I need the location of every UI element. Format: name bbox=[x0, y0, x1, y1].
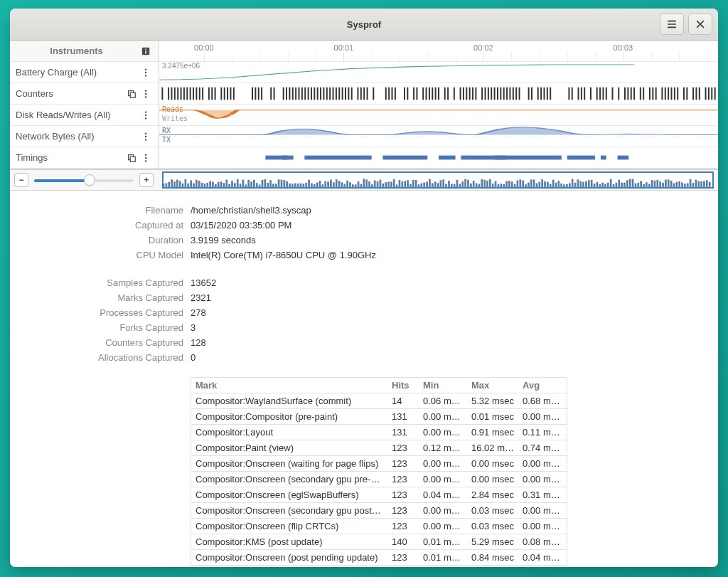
marks-cell-mark: Compositor:Onscreen (secondary gpu post-… bbox=[191, 505, 387, 516]
marks-cell-max: 0.03 msec bbox=[467, 521, 518, 531]
col-min[interactable]: Min bbox=[419, 380, 467, 391]
col-max[interactable]: Max bbox=[467, 380, 518, 391]
svg-point-14 bbox=[145, 132, 146, 134]
forks-key: Forks Captured bbox=[27, 322, 183, 333]
marks-cell-max: 0.00 msec bbox=[467, 458, 518, 469]
overview-strip[interactable] bbox=[162, 171, 714, 189]
svg-rect-29 bbox=[567, 156, 595, 160]
svg-point-8 bbox=[145, 90, 146, 91]
timeline-counters[interactable] bbox=[159, 83, 718, 105]
marks-row[interactable]: Compositor:Onscreen (eglSwapBuffers)1230… bbox=[191, 487, 567, 503]
captured-value: 03/15/2020 03:35:00 PM bbox=[191, 220, 701, 231]
sidebar-item[interactable]: Battery Charge (All) bbox=[10, 62, 159, 83]
ruler-minor bbox=[427, 53, 428, 61]
zoom-strip: − + bbox=[10, 169, 718, 191]
marks-cell-hits: 14 bbox=[387, 396, 419, 406]
ruler-gridline bbox=[343, 53, 344, 61]
slider-fill bbox=[34, 179, 87, 182]
allocs-key: Allocations Captured bbox=[27, 352, 183, 363]
disk-area-icon bbox=[159, 105, 718, 125]
col-mark[interactable]: Mark bbox=[191, 380, 387, 391]
marks-row[interactable]: Compositor:Onscreen (swap-buffers)1230.1… bbox=[191, 566, 567, 567]
marks-cell-mark: Compositor:KMS (post update) bbox=[191, 536, 387, 547]
marks-row[interactable]: Compositor:Onscreen (flip CRTCs)1230.00 … bbox=[191, 519, 567, 534]
marks-cell-mark: Compositor:Paint (view) bbox=[191, 443, 387, 453]
marks-cell-hits: 123 bbox=[387, 474, 419, 485]
overview-graph-icon bbox=[164, 173, 712, 187]
counters-key: Counters Captured bbox=[27, 337, 183, 348]
svg-rect-2 bbox=[145, 51, 146, 53]
ruler-tick: 00:01 bbox=[334, 43, 354, 52]
filename-key: Filename bbox=[27, 205, 183, 216]
row-menu-button[interactable] bbox=[139, 108, 153, 122]
marks-row[interactable]: Compositor:KMS (post update)1400.01 msec… bbox=[191, 534, 567, 550]
svg-point-12 bbox=[145, 114, 146, 115]
marks-row[interactable]: Compositor:Onscreen (secondary gpu post-… bbox=[191, 503, 567, 519]
kebab-icon bbox=[141, 68, 151, 78]
svg-rect-18 bbox=[130, 157, 135, 162]
row-menu-button[interactable] bbox=[139, 65, 153, 80]
close-button[interactable] bbox=[688, 14, 712, 35]
marks-row[interactable]: Compositor:Onscreen (secondary gpu pre-s… bbox=[191, 472, 567, 487]
svg-point-13 bbox=[145, 117, 146, 119]
row-menu-button[interactable] bbox=[139, 87, 153, 101]
svg-point-15 bbox=[145, 135, 146, 137]
marks-row[interactable]: Compositor:Compositor (pre-paint)1310.00… bbox=[191, 409, 567, 425]
marks-cell-hits: 123 bbox=[387, 521, 419, 531]
marks-cell-mark: Compositor:Onscreen (eglSwapBuffers) bbox=[191, 489, 387, 500]
ruler-tick: 00:00 bbox=[194, 43, 214, 52]
timeline-area[interactable]: 00:0000:0100:0200:03 3.2475e+06 Reads Wr… bbox=[159, 41, 718, 169]
zoom-slider[interactable] bbox=[34, 173, 134, 187]
col-hits[interactable]: Hits bbox=[387, 380, 419, 391]
marks-row[interactable]: Compositor:Onscreen (post pending update… bbox=[191, 550, 567, 566]
menu-button[interactable] bbox=[660, 14, 684, 35]
marks-cell-max: 16.02 msec bbox=[467, 443, 518, 453]
marks-cell-max: 2.84 msec bbox=[467, 489, 518, 500]
timeline-disk[interactable]: Reads Writes bbox=[159, 105, 718, 126]
svg-rect-27 bbox=[439, 156, 456, 160]
timeline-network[interactable]: RX TX bbox=[159, 126, 718, 147]
row-menu-button[interactable] bbox=[139, 151, 153, 165]
marks-row[interactable]: Compositor:WaylandSurface (commit)140.06… bbox=[191, 393, 567, 409]
svg-rect-33 bbox=[495, 156, 506, 160]
marks-header-row: Mark Hits Min Max Avg bbox=[191, 378, 567, 393]
details-pane[interactable]: Filename /home/christian/shell3.syscap C… bbox=[10, 191, 718, 567]
marks-row[interactable]: Compositor:Onscreen (waiting for page fl… bbox=[191, 456, 567, 472]
sidebar-item-label: Network Bytes (All) bbox=[14, 131, 139, 142]
svg-rect-25 bbox=[304, 156, 371, 160]
sidebar-item[interactable]: Counters bbox=[10, 83, 159, 105]
marks-row[interactable]: Compositor:Layout1310.00 msec0.91 msec0.… bbox=[191, 425, 567, 440]
sidebar-item[interactable]: Network Bytes (All) bbox=[10, 126, 159, 147]
marks-cell-avg: 0.00 msec bbox=[518, 505, 567, 516]
ruler-minor bbox=[400, 53, 400, 61]
counters-ticks-icon bbox=[159, 83, 718, 104]
col-avg[interactable]: Avg bbox=[518, 380, 567, 391]
marks-cell-min: 0.12 msec bbox=[419, 443, 467, 453]
procs-value: 278 bbox=[191, 307, 701, 318]
marks-cell-hits: 123 bbox=[387, 443, 419, 453]
ruler-minor bbox=[651, 53, 652, 61]
windows-icon-button[interactable] bbox=[124, 87, 139, 101]
marks-cell-hits: 131 bbox=[387, 427, 419, 438]
duration-value: 3.9199 seconds bbox=[191, 235, 701, 245]
timeline-timings[interactable] bbox=[159, 147, 718, 169]
marks-cell-mark: Compositor:Layout bbox=[191, 427, 387, 438]
ruler-minor bbox=[707, 53, 707, 61]
timings-bars-icon bbox=[159, 147, 718, 168]
marks-row[interactable]: Compositor:Paint (view)1230.12 msec16.02… bbox=[191, 440, 567, 456]
marks-cell-avg: 0.74 msec bbox=[518, 443, 567, 453]
time-ruler[interactable]: 00:0000:0100:0200:03 bbox=[159, 41, 718, 62]
instruments-sidebar: Instruments Battery Charge (All)Counters… bbox=[10, 41, 159, 169]
zoom-out-button[interactable]: − bbox=[14, 173, 28, 187]
row-menu-button[interactable] bbox=[139, 129, 153, 144]
marks-cell-min: 0.01 msec bbox=[419, 536, 467, 547]
timeline-battery[interactable]: 3.2475e+06 bbox=[159, 62, 718, 83]
info-icon-button[interactable] bbox=[139, 44, 153, 58]
zoom-in-button[interactable]: + bbox=[139, 173, 154, 187]
kebab-icon bbox=[141, 110, 151, 120]
marks-cell-mark: Compositor:Onscreen (secondary gpu pre-s… bbox=[191, 474, 387, 485]
slider-thumb[interactable] bbox=[84, 174, 95, 186]
sidebar-item[interactable]: Timings bbox=[10, 147, 159, 169]
windows-icon-button[interactable] bbox=[124, 151, 139, 165]
sidebar-item[interactable]: Disk Reads/Writes (All) bbox=[10, 105, 159, 126]
